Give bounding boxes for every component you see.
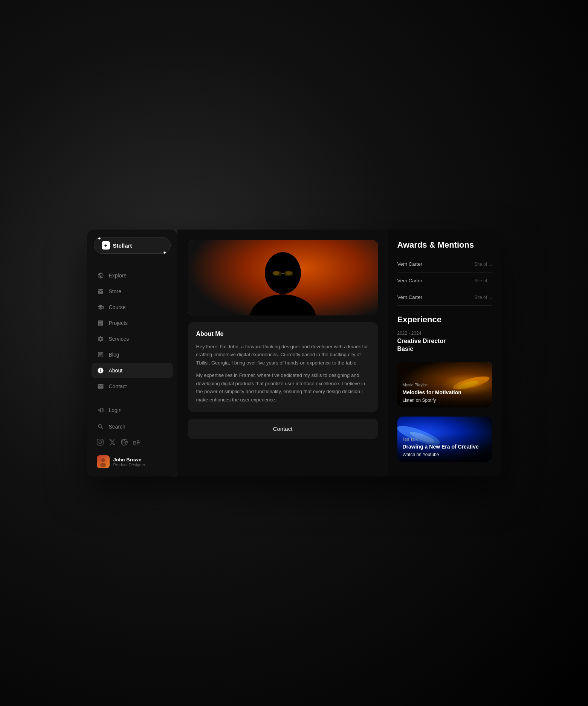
awards-section: Awards & Mentions Vern Carter Site of ..… (397, 240, 492, 306)
sidebar-item-blog[interactable]: Blog (92, 347, 173, 362)
sidebar-label-blog: Blog (109, 352, 119, 358)
awards-list: Vern Carter Site of ... Vern Carter Site… (397, 256, 492, 306)
svg-point-2 (100, 463, 106, 467)
avatar (97, 455, 110, 468)
store-icon (97, 288, 104, 295)
about-paragraph-2: My expertise lies in Framer, where I've … (196, 371, 370, 404)
nav-section: Explore Store Course Projects Services B… (87, 264, 177, 398)
sparkle-icon-br: ✦ (163, 250, 166, 256)
services-icon (97, 335, 104, 343)
music-card-subtitle: Music Playlist (403, 383, 487, 387)
user-name: John Brown (113, 457, 145, 462)
award-site-1: Site of ... (474, 262, 492, 267)
search-label: Search (109, 424, 125, 430)
twitter-x-icon[interactable] (109, 439, 116, 447)
experience-section: Experience 2022 - 2024 Creative Director… (397, 315, 492, 353)
app-name: Stellart (113, 242, 132, 249)
sidebar-item-contact[interactable]: Contact (92, 379, 173, 394)
contact-button[interactable]: Contact (188, 419, 378, 439)
svg-point-9 (273, 271, 279, 275)
login-icon (97, 406, 104, 414)
svg-point-1 (101, 458, 105, 462)
contact-icon (97, 383, 104, 390)
award-site-2: Site of ... (474, 278, 492, 283)
music-card-title: Melodies for Motivation (403, 389, 487, 395)
profile-image (188, 240, 378, 315)
award-name-2: Vern Carter (397, 278, 422, 283)
instagram-icon[interactable] (97, 439, 104, 447)
award-item-3: Vern Carter Site of ... (397, 289, 492, 306)
sidebar-item-about[interactable]: About (92, 363, 173, 378)
user-info: John Brown Product Designer (113, 457, 145, 467)
sidebar-item-search[interactable]: Search (92, 419, 173, 434)
sidebar-label-services: Services (109, 336, 129, 342)
sidebar-item-services[interactable]: Services (92, 331, 173, 346)
ted-card-info: Ted Talk Drawing a New Era of Creative W… (397, 432, 492, 462)
user-role: Product Designer (113, 462, 145, 467)
logo-container: ✦ + Stellart ✦ (87, 237, 177, 264)
ted-card-subtitle: Ted Talk (403, 437, 487, 441)
sidebar-label-about: About (109, 368, 123, 374)
music-card[interactable]: Music Playlist Melodies for Motivation L… (397, 362, 492, 407)
music-card-info: Music Playlist Melodies for Motivation L… (397, 378, 492, 407)
award-site-3: Site of ... (474, 295, 492, 300)
awards-title: Awards & Mentions (397, 240, 492, 250)
search-icon (97, 423, 104, 430)
award-name-1: Vern Carter (397, 261, 422, 267)
experience-years: 2022 - 2024 (397, 331, 492, 336)
ted-card[interactable]: Ted Talk Drawing a New Era of Creative W… (397, 417, 492, 462)
course-icon (97, 303, 104, 311)
logo-button[interactable]: ✦ + Stellart ✦ (94, 237, 171, 254)
svg-point-10 (285, 271, 292, 275)
ted-card-action[interactable]: Watch on Youtube (403, 452, 487, 457)
login-label: Login (109, 407, 122, 413)
user-profile[interactable]: John Brown Product Designer (92, 452, 173, 472)
sidebar-item-course[interactable]: Course (92, 300, 173, 315)
main-content: About Me Hey there, I'm John, a forward-… (177, 230, 388, 476)
award-name-3: Vern Carter (397, 294, 422, 300)
music-card-action[interactable]: Listen on Spotify (403, 398, 487, 403)
sidebar-label-contact: Contact (109, 383, 127, 389)
explore-icon (97, 272, 104, 279)
projects-icon (97, 319, 104, 327)
experience-role: Creative Director Basic (397, 337, 492, 353)
social-links (92, 436, 173, 450)
sidebar-item-explore[interactable]: Explore (92, 268, 173, 283)
right-panel: Awards & Mentions Vern Carter Site of ..… (388, 230, 501, 476)
sidebar: ✦ + Stellart ✦ Explore Store Course Proj… (87, 230, 177, 476)
svg-point-4 (265, 252, 301, 294)
about-icon (97, 367, 104, 374)
app-window: ✦ + Stellart ✦ Explore Store Course Proj… (87, 230, 501, 476)
about-paragraph-1: Hey there, I'm John, a forward-thinking … (196, 343, 370, 367)
award-item-1: Vern Carter Site of ... (397, 256, 492, 273)
experience-title: Experience (397, 315, 492, 325)
about-card-text: Hey there, I'm John, a forward-thinking … (196, 343, 370, 404)
sidebar-label-explore: Explore (109, 273, 127, 279)
sidebar-item-projects[interactable]: Projects (92, 315, 173, 331)
sidebar-bottom: Login Search (87, 398, 177, 476)
logo-icon: + (102, 241, 110, 250)
sidebar-label-store: Store (109, 288, 121, 294)
about-card-title: About Me (196, 331, 370, 337)
sidebar-label-projects: Projects (109, 320, 128, 326)
about-card: About Me Hey there, I'm John, a forward-… (188, 322, 378, 412)
award-item-2: Vern Carter Site of ... (397, 273, 492, 289)
ted-card-title: Drawing a New Era of Creative (403, 444, 487, 450)
behance-icon[interactable] (133, 439, 140, 447)
sparkle-icon-tl: ✦ (97, 236, 101, 241)
sidebar-item-store[interactable]: Store (92, 284, 173, 299)
dribbble-icon[interactable] (121, 439, 128, 447)
blog-icon (97, 351, 104, 358)
sidebar-item-login[interactable]: Login (92, 403, 173, 418)
sidebar-label-course: Course (109, 304, 126, 310)
